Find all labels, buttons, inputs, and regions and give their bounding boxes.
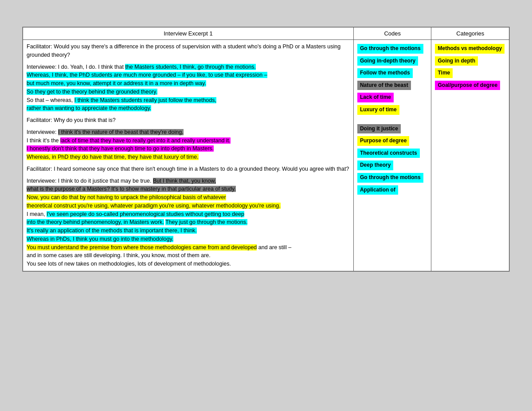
code-luxury-time: Luxury of time [357, 104, 428, 116]
badge-going-in-depth: Going in-depth theory [357, 56, 418, 66]
excerpt-cell: Facilitator: Would you say there's a dif… [23, 40, 354, 271]
badge-purpose-degree: Purpose of degree [357, 136, 409, 146]
header-codes: Codes [353, 27, 431, 40]
cat-goal-purpose: Goal/purpose of degree [435, 79, 505, 92]
badge-going-in-depth: Going in depth [435, 56, 478, 66]
highlight-phd-grounded: Whereas, I think, the PhD students are m… [27, 72, 267, 86]
highlight-follow-methods: I think the Masters students really just… [27, 97, 216, 112]
code-nature-beast: Nature of the beast [357, 79, 428, 92]
header-categories: Categories [431, 27, 509, 40]
code-go-through-motions-2: Go through the motions [357, 172, 428, 184]
interviewee-r1: Interviewee: I do. Yeah, I do. I think t… [27, 63, 350, 113]
main-page: Interview Excerpt 1 Codes Categories Fac… [22, 27, 510, 272]
highlight-theory-behind: So they get to the theory behind the gro… [27, 89, 157, 95]
badge-follow-methods: Follow the methods [357, 68, 413, 78]
code-deep-theory: Deep theory [357, 159, 428, 172]
badge-theoretical-constructs: Theoretical constructs [357, 149, 420, 158]
code-application: Application of [357, 184, 428, 196]
cat-going-in-depth: Going in depth [435, 55, 505, 67]
badge-nature-beast: Nature of the beast [357, 81, 411, 90]
highlight-application: It's really an application of the method… [27, 227, 197, 234]
code-follow-methods: Follow the methods [357, 67, 428, 79]
code-doing-justice: Doing it justice [357, 123, 428, 135]
header-excerpt: Interview Excerpt 1 [23, 27, 354, 40]
highlight-nature-beast: I think it's the nature of the beast tha… [58, 129, 184, 135]
highlight-purpose-degree: Now, you can do that by not having to un… [27, 194, 281, 209]
cat-time: Time [435, 67, 505, 79]
interviewee-r2: Interviewee: I think it's the nature of … [27, 128, 350, 161]
highlight-masters-motions: the Masters students, I think, go throug… [125, 64, 256, 70]
categories-cell: Methods vs methodology Going in depth Ti… [431, 40, 509, 271]
facilitator-q2: Facilitator: Why do you think that is? [27, 116, 350, 125]
badge-application: Application of [357, 185, 398, 195]
badge-doing-justice: Doing it justice [357, 124, 401, 134]
facilitator-q1: Facilitator: Would you say there's a dif… [27, 43, 350, 59]
highlight-premise: You must understand the premise from whe… [27, 244, 257, 251]
badge-luxury-time: Luxury of time [357, 105, 399, 115]
coding-table: Interview Excerpt 1 Codes Categories Fac… [23, 27, 509, 271]
badge-methods-methodology: Methods vs methodology [435, 44, 505, 54]
code-go-through-motions-1: Go through the motions [357, 43, 428, 55]
badge-time: Time [435, 68, 453, 78]
facilitator-q3: Facilitator: I heard someone say once th… [27, 165, 350, 173]
code-going-in-depth: Going in-depth theory [357, 55, 428, 67]
highlight-go-through-motions2: They just go through the motions. [165, 219, 248, 225]
badge-go-through-motions-2: Go through the motions [357, 173, 423, 183]
badge-deep-theory: Deep theory [357, 160, 393, 170]
code-purpose-degree: Purpose of degree [357, 135, 428, 147]
highlight-doing-justice: But I think that, you know,what is the p… [27, 178, 236, 192]
highlight-lack-time: lack of time that they have to really ge… [60, 137, 231, 144]
code-theoretical-constructs: Theoretical constructs [357, 147, 428, 160]
highlight-not-enough-time: I honestly don't think that they have en… [27, 145, 214, 152]
interviewee-r3: Interviewee: I think to do it justice th… [27, 177, 350, 268]
excerpt-text: Facilitator: Would you say there's a dif… [27, 43, 350, 268]
highlight-phd-methodology: Whereas in PhDs, I think you must go int… [27, 236, 173, 242]
cat-methods-methodology: Methods vs methodology [435, 43, 505, 55]
badge-goal-purpose: Goal/purpose of degree [435, 81, 500, 90]
badge-go-through-motions-1: Go through the motions [357, 44, 423, 54]
codes-cell: Go through the motions Going in-depth th… [353, 40, 431, 271]
badge-lack-time: Lack of time [357, 93, 394, 102]
code-lack-time: Lack of time [357, 91, 428, 104]
highlight-luxury-time: Whereas, in PhD they do have that time, … [27, 154, 199, 160]
